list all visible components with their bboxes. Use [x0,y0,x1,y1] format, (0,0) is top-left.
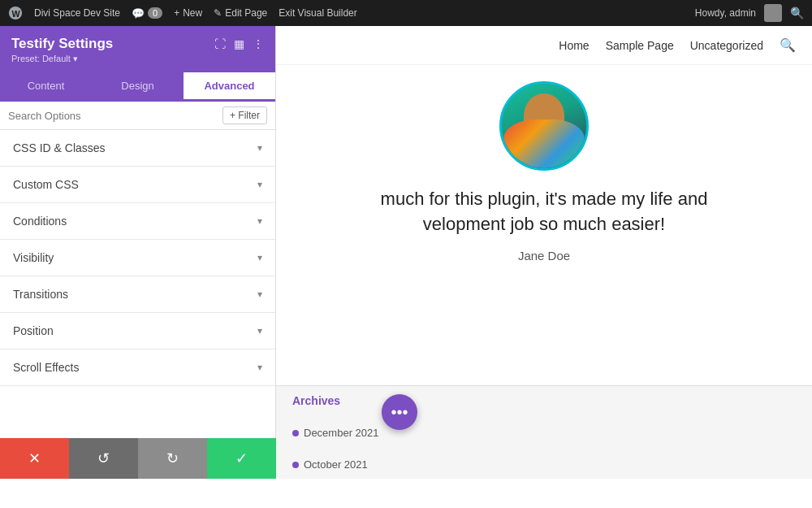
chevron-down-icon: ▾ [257,362,262,373]
archive-dot-icon [292,430,299,436]
columns-icon[interactable]: ▦ [234,37,244,50]
admin-avatar [764,4,782,22]
author-name: Jane Doe [518,249,570,263]
action-bar: ✕ ↺ ↻ ✓ [0,438,276,479]
section-conditions-header[interactable]: Conditions ▾ [0,203,275,239]
svg-text:W: W [12,9,21,19]
page-content: much for this plugin, it's made my life … [276,65,812,385]
chevron-down-icon: ▾ [257,252,262,263]
save-button[interactable]: ✓ [207,438,276,479]
nav-search-icon[interactable]: 🔍 [780,37,796,53]
avatar [499,81,589,171]
tab-content[interactable]: Content [0,72,92,102]
admin-bar-right: Howdy, admin 🔍 [695,4,804,22]
section-css-id: CSS ID & Classes ▾ [0,130,275,167]
comment-count[interactable]: 💬 0 [132,7,162,20]
archive-dot-icon [292,462,299,468]
new-button[interactable]: + New [174,7,202,19]
float-action-button[interactable]: ••• [382,394,417,430]
archive-item-october[interactable]: October 2021 [292,458,368,471]
section-scroll-effects: Scroll Effects ▾ [0,350,275,386]
main-layout: Testify Settings Preset: Default ▾ ⛶ ▦ ⋮… [0,26,812,479]
section-visibility: Visibility ▾ [0,240,275,276]
panel-preset[interactable]: Preset: Default ▾ [11,54,264,64]
chevron-down-icon: ▾ [257,142,262,154]
admin-bar: W Divi Space Dev Site 💬 0 + New ✎ Edit P… [0,0,812,26]
section-custom-css: Custom CSS ▾ [0,167,275,203]
panel-sections: CSS ID & Classes ▾ Custom CSS ▾ Conditio… [0,130,275,450]
bottom-content: Archives December 2021 October 2021 [276,385,812,479]
nav-uncategorized[interactable]: Uncategorized [690,39,763,52]
site-label[interactable]: Divi Space Dev Site [34,7,120,19]
chevron-down-icon: ▾ [257,215,262,227]
exit-vb-button[interactable]: Exit Visual Builder [279,7,357,19]
search-input[interactable] [8,110,218,122]
testimonial-quote: much for this plugin, it's made my life … [381,187,708,237]
section-transitions-header[interactable]: Transitions ▾ [0,276,275,312]
archive-item-december[interactable]: December 2021 [292,427,379,439]
cancel-button[interactable]: ✕ [0,438,69,479]
tab-design[interactable]: Design [92,72,184,102]
section-position-header[interactable]: Position ▾ [0,313,275,349]
section-transitions: Transitions ▾ [0,276,275,313]
chevron-down-icon: ▾ [257,325,262,336]
archives-title: Archives [292,394,340,407]
nav-home[interactable]: Home [559,39,589,52]
chevron-down-icon: ▾ [257,179,262,190]
section-conditions: Conditions ▾ [0,203,275,240]
site-nav: Home Sample Page Uncategorized 🔍 [276,26,812,65]
redo-button[interactable]: ↻ [138,438,207,479]
more-icon[interactable]: ⋮ [253,37,264,50]
search-bar: + Filter [0,102,275,130]
tab-advanced[interactable]: Advanced [184,72,275,102]
panel-tabs: Content Design Advanced [0,72,275,102]
undo-button[interactable]: ↺ [69,438,138,479]
panel-header-icons: ⛶ ▦ ⋮ [214,37,264,50]
chevron-down-icon: ▾ [257,289,262,300]
section-scroll-effects-header[interactable]: Scroll Effects ▾ [0,350,275,385]
section-visibility-header[interactable]: Visibility ▾ [0,240,275,276]
panel-header: Testify Settings Preset: Default ▾ ⛶ ▦ ⋮ [0,26,275,72]
section-custom-css-header[interactable]: Custom CSS ▾ [0,167,275,202]
settings-panel: Testify Settings Preset: Default ▾ ⛶ ▦ ⋮… [0,26,276,479]
filter-button[interactable]: + Filter [222,106,267,124]
section-css-id-header[interactable]: CSS ID & Classes ▾ [0,130,275,166]
nav-sample-page[interactable]: Sample Page [606,39,674,52]
search-icon[interactable]: 🔍 [790,7,804,20]
section-position: Position ▾ [0,313,275,350]
fullscreen-icon[interactable]: ⛶ [214,37,226,50]
edit-page-button[interactable]: ✎ Edit Page [214,7,267,19]
wp-logo[interactable]: W [8,6,23,20]
content-area: Home Sample Page Uncategorized 🔍 much fo… [276,26,812,479]
